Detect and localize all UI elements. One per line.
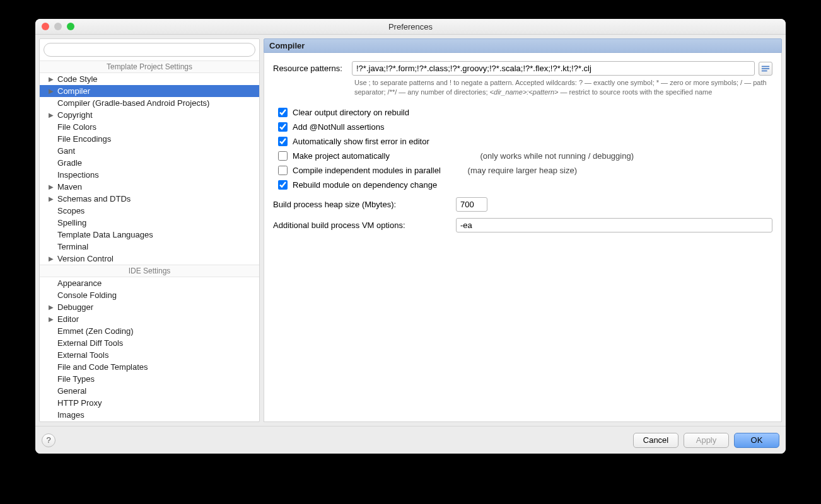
- tree-item[interactable]: Images: [40, 409, 259, 421]
- tree-item-label: Maven: [55, 182, 82, 192]
- tree-item-label: Images: [55, 410, 84, 420]
- zoom-icon[interactable]: [67, 23, 74, 30]
- tree-item[interactable]: ▶Maven: [40, 181, 259, 193]
- resource-patterns-label: Resource patterns:: [273, 64, 352, 73]
- checkbox[interactable]: [278, 166, 288, 175]
- checkbox-row: Compile independent modules in parallel(…: [278, 163, 772, 178]
- tree-item[interactable]: Emmet (Zen Coding): [40, 325, 259, 337]
- tree-item[interactable]: ▶Compiler: [40, 85, 259, 97]
- checkbox-label: Automatically show first error in editor: [293, 137, 429, 146]
- tree-item-label: Terminal: [55, 242, 88, 251]
- tree-item-label: File Types: [55, 374, 95, 384]
- vm-options-input[interactable]: [456, 218, 772, 232]
- tree-item-label: File Colors: [55, 122, 96, 132]
- expand-field-button[interactable]: [759, 62, 772, 76]
- tree-item[interactable]: Gant: [40, 145, 259, 157]
- tree-item-label: Console Folding: [55, 290, 117, 300]
- ok-button[interactable]: OK: [734, 433, 779, 448]
- checkbox-label: Clear output directory on rebuild: [293, 108, 409, 117]
- checkbox-row: Automatically show first error in editor: [278, 134, 772, 149]
- checkbox[interactable]: [278, 151, 288, 161]
- tree-item-label: File and Code Templates: [55, 362, 148, 372]
- disclosure-arrow-icon: ▶: [47, 88, 55, 94]
- tree-item-label: Inspections: [55, 170, 99, 180]
- traffic-lights: [42, 23, 74, 30]
- checkbox-row: Clear output directory on rebuild: [278, 105, 772, 120]
- apply-button: Apply: [684, 433, 729, 448]
- heap-size-input[interactable]: [456, 197, 487, 212]
- tree-item-label: Template Data Languages: [55, 230, 153, 239]
- checkbox[interactable]: [278, 108, 288, 117]
- tree-item-label: Scopes: [55, 206, 84, 215]
- tree-item[interactable]: Appearance: [40, 277, 259, 289]
- tree-item-label: Compiler (Gradle-based Android Projects): [55, 98, 209, 108]
- tree-item[interactable]: File Types: [40, 373, 259, 385]
- tree-item[interactable]: External Diff Tools: [40, 337, 259, 349]
- tree-item[interactable]: ▶Version Control: [40, 253, 259, 265]
- checkbox-hint: (only works while not running / debuggin…: [480, 151, 772, 161]
- cancel-button[interactable]: Cancel: [633, 433, 678, 448]
- tree-item[interactable]: General: [40, 385, 259, 397]
- tree-item[interactable]: Template Data Languages: [40, 229, 259, 241]
- search-input[interactable]: [44, 43, 255, 57]
- tree-item-label: Copyright: [55, 110, 93, 120]
- checkbox-row: Rebuild module on dependency change: [278, 178, 772, 192]
- vm-options-label: Additional build process VM options:: [273, 220, 456, 230]
- tree-item[interactable]: ▶Editor: [40, 313, 259, 325]
- checkbox-label: Add @NotNull assertions: [293, 122, 384, 132]
- tree-item-label: External Diff Tools: [55, 338, 123, 348]
- checkbox-label: Make project automatically: [293, 151, 390, 161]
- tree-item[interactable]: External Tools: [40, 349, 259, 361]
- tree-item[interactable]: ▶Copyright: [40, 109, 259, 121]
- tree-item[interactable]: Terminal: [40, 241, 259, 253]
- tree-item-label: Debugger: [55, 302, 93, 312]
- resource-patterns-input[interactable]: [352, 61, 755, 76]
- tree-item[interactable]: File Colors: [40, 121, 259, 133]
- titlebar: Preferences: [35, 19, 786, 35]
- checkbox[interactable]: [278, 122, 288, 132]
- tree-item[interactable]: Spelling: [40, 217, 259, 229]
- tree-item[interactable]: Compiler (Gradle-based Android Projects): [40, 97, 259, 109]
- disclosure-arrow-icon: ▶: [47, 316, 55, 323]
- tree-item[interactable]: ▶Debugger: [40, 301, 259, 313]
- checkbox-label: Rebuild module on dependency change: [293, 180, 437, 190]
- tree-item-label: General: [55, 386, 86, 396]
- tree-item[interactable]: File and Code Templates: [40, 361, 259, 373]
- tree-item-label: Appearance: [55, 278, 102, 288]
- tree-item-label: Compiler: [55, 86, 90, 96]
- tree-item[interactable]: Console Folding: [40, 289, 259, 301]
- close-icon[interactable]: [42, 23, 49, 30]
- tree-item-label: Code Style: [55, 74, 98, 84]
- tree-item-label: Schemas and DTDs: [55, 194, 131, 203]
- tree-item-label: Gant: [55, 146, 75, 156]
- tree-item[interactable]: HTTP Proxy: [40, 397, 259, 409]
- help-button[interactable]: ?: [42, 433, 55, 447]
- tree-item[interactable]: File Encodings: [40, 133, 259, 145]
- preferences-window: Preferences Template Project Settings▶Co…: [35, 19, 786, 454]
- tree-section-header: IDE Settings: [40, 265, 259, 277]
- minimize-icon: [54, 23, 62, 30]
- checkbox[interactable]: [278, 180, 288, 190]
- tree-item[interactable]: ▶Code Style: [40, 73, 259, 85]
- sidebar: Template Project Settings▶Code Style▶Com…: [39, 38, 260, 422]
- checkbox-hint: (may require larger heap size): [468, 166, 772, 175]
- tree-item-label: Version Control: [55, 254, 114, 263]
- tree-item[interactable]: Scopes: [40, 205, 259, 217]
- heap-size-label: Build process heap size (Mbytes):: [273, 200, 456, 209]
- tree-item[interactable]: ▶Schemas and DTDs: [40, 193, 259, 205]
- dialog-footer: ? Cancel Apply OK: [35, 426, 786, 454]
- checkbox-label: Compile independent modules in parallel: [293, 166, 441, 175]
- tree-item[interactable]: Inspections: [40, 169, 259, 181]
- disclosure-arrow-icon: ▶: [47, 304, 55, 311]
- checkbox[interactable]: [278, 137, 288, 146]
- resource-help-text: Use ; to separate patterns and ! to nega…: [354, 78, 772, 98]
- tree-item-label: Emmet (Zen Coding): [55, 326, 134, 336]
- tree-section-header: Template Project Settings: [40, 60, 259, 73]
- tree-item-label: Gradle: [55, 158, 82, 168]
- tree-item-label: HTTP Proxy: [55, 398, 102, 408]
- window-title: Preferences: [35, 22, 786, 32]
- svg-rect-4: [762, 70, 767, 71]
- tree-item[interactable]: Gradle: [40, 157, 259, 169]
- disclosure-arrow-icon: ▶: [47, 195, 55, 202]
- settings-tree[interactable]: Template Project Settings▶Code Style▶Com…: [40, 60, 259, 421]
